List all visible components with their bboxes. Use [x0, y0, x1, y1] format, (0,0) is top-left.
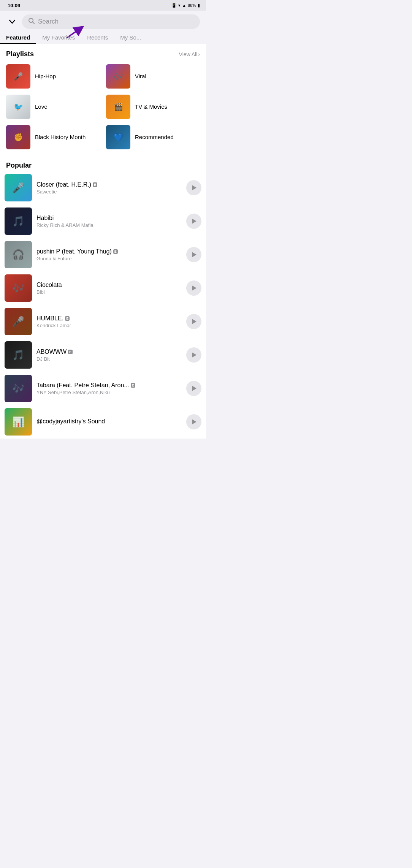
play-button-pushin[interactable] [186, 247, 201, 262]
song-title-tabara: Tabara (Feat. Petre Stefan, Aron... [36, 382, 129, 389]
status-time: 10:09 [8, 3, 20, 8]
song-artist-tabara: YNY Sebi,Petre Stefan,Aron,Niku [36, 390, 182, 395]
song-title-pushin: pushin P (feat. Young Thug) [36, 248, 112, 255]
song-artist-abowww: DJ Bit [36, 356, 182, 362]
search-bar[interactable]: Search [22, 14, 200, 29]
search-icon [28, 17, 35, 26]
song-thumb-tabara: 🎶 [5, 375, 32, 402]
song-item-cody[interactable]: 📊 @codyjayartistry's Sound [0, 405, 206, 439]
playlist-item-hiphop[interactable]: 🎤 Hip-Hop [3, 61, 103, 92]
song-info-pushin: pushin P (feat. Young Thug) E Gunna & Fu… [36, 248, 182, 261]
tab-my-favorites[interactable]: My Favorites [36, 30, 81, 44]
search-placeholder: Search [38, 18, 59, 25]
song-thumb-ciocolata: 🎶 [5, 274, 32, 302]
song-info-ciocolata: Ciocolata Bibi [36, 282, 182, 295]
song-thumb-cody: 📊 [5, 408, 32, 436]
header: Search [0, 11, 206, 29]
playlist-grid: 🎤 Hip-Hop 🎶 Viral 🐦 Love 🎬 TV & Movies [0, 61, 206, 155]
song-title-humble: HUMBLE. [36, 315, 63, 322]
tabs: Featured My Favorites Recents My So... [0, 30, 206, 44]
playlist-thumb-viral: 🎶 [106, 64, 130, 89]
playlists-title: Playlists [6, 50, 34, 58]
song-thumb-abowww: 🎵 [5, 341, 32, 369]
song-item-ciocolata[interactable]: 🎶 Ciocolata Bibi [0, 271, 206, 305]
wifi-icon: ▾ [178, 3, 181, 8]
play-button-habibi[interactable] [186, 214, 201, 229]
play-button-cody[interactable] [186, 414, 201, 429]
signal-icon: ▲ [182, 3, 186, 8]
popular-section: Popular 🎤 Closer (feat. H.E.R.) E Saweet… [0, 155, 206, 439]
explicit-badge-tabara: E [131, 383, 135, 388]
play-icon-cody [192, 419, 196, 424]
song-title-habibi: Habibi [36, 215, 54, 222]
song-info-tabara: Tabara (Feat. Petre Stefan, Aron... E YN… [36, 382, 182, 395]
playlist-name-hiphop: Hip-Hop [35, 73, 56, 80]
playlist-name-blackhistory: Black History Month [35, 133, 86, 141]
play-icon-closer [192, 185, 196, 190]
playlists-section-header: Playlists View All › [0, 44, 206, 61]
song-item-closer[interactable]: 🎤 Closer (feat. H.E.R.) E Saweetie [0, 171, 206, 204]
song-info-habibi: Habibi Ricky Rich & ARAM Mafia [36, 215, 182, 228]
play-icon-ciocolata [192, 285, 196, 291]
play-icon-pushin [192, 252, 196, 257]
song-artist-closer: Saweetie [36, 189, 182, 195]
chevron-right-icon: › [198, 51, 200, 57]
song-item-pushin[interactable]: 🎧 pushin P (feat. Young Thug) E Gunna & … [0, 238, 206, 271]
playlist-thumb-blackhistory: ✊ [6, 125, 30, 149]
song-info-closer: Closer (feat. H.E.R.) E Saweetie [36, 181, 182, 195]
play-button-closer[interactable] [186, 180, 201, 195]
explicit-badge-closer: E [93, 182, 97, 187]
play-button-abowww[interactable] [186, 347, 201, 363]
play-icon-abowww [192, 352, 196, 358]
song-thumb-closer: 🎤 [5, 174, 32, 201]
playlist-item-recommended[interactable]: 💙 Recommended [103, 122, 203, 152]
song-title-cody: @codyjayartistry's Sound [36, 418, 105, 425]
song-title-ciocolata: Ciocolata [36, 282, 62, 288]
song-artist-pushin: Gunna & Future [36, 256, 182, 261]
play-button-humble[interactable] [186, 314, 201, 329]
playlist-name-love: Love [35, 103, 48, 111]
song-info-cody: @codyjayartistry's Sound [36, 418, 182, 426]
song-item-humble[interactable]: 🎤 HUMBLE. E Kendrick Lamar [0, 305, 206, 338]
song-item-habibi[interactable]: 🎵 Habibi Ricky Rich & ARAM Mafia [0, 204, 206, 238]
tab-my-songs[interactable]: My So... [114, 30, 147, 44]
play-button-tabara[interactable] [186, 381, 201, 396]
song-thumb-humble: 🎤 [5, 308, 32, 335]
playlist-thumb-hiphop: 🎤 [6, 64, 30, 89]
playlist-item-blackhistory[interactable]: ✊ Black History Month [3, 122, 103, 152]
vibrate-icon: 📳 [171, 3, 177, 8]
play-button-ciocolata[interactable] [186, 280, 201, 296]
song-title-closer: Closer (feat. H.E.R.) [36, 181, 91, 188]
status-icons: 📳 ▾ ▲ 88% ▮ [171, 3, 200, 8]
svg-line-1 [33, 22, 35, 24]
main-content: Playlists View All › 🎤 Hip-Hop 🎶 Viral 🐦… [0, 44, 206, 439]
song-info-abowww: ABOWWW E DJ Bit [36, 348, 182, 362]
popular-title: Popular [0, 158, 206, 171]
playlist-item-tvmovies[interactable]: 🎬 TV & Movies [103, 92, 203, 122]
song-thumb-pushin: 🎧 [5, 241, 32, 268]
song-thumb-habibi: 🎵 [5, 207, 32, 235]
playlist-thumb-recommended: 💙 [106, 125, 130, 149]
song-item-tabara[interactable]: 🎶 Tabara (Feat. Petre Stefan, Aron... E … [0, 372, 206, 405]
playlist-name-viral: Viral [135, 73, 146, 80]
view-all-button[interactable]: View All › [179, 51, 200, 57]
tab-featured[interactable]: Featured [0, 30, 36, 44]
search-row: Search [6, 14, 200, 29]
chevron-down-button[interactable] [6, 16, 18, 28]
song-item-abowww[interactable]: 🎵 ABOWWW E DJ Bit [0, 338, 206, 372]
tab-recents[interactable]: Recents [81, 30, 114, 44]
song-artist-ciocolata: Bibi [36, 289, 182, 295]
explicit-badge-abowww: E [68, 350, 73, 354]
song-artist-humble: Kendrick Lamar [36, 323, 182, 328]
battery-percentage: 88% [188, 3, 196, 8]
playlist-item-viral[interactable]: 🎶 Viral [103, 61, 203, 92]
explicit-badge-humble: E [65, 316, 70, 321]
playlist-item-love[interactable]: 🐦 Love [3, 92, 103, 122]
song-title-abowww: ABOWWW [36, 348, 67, 355]
play-icon-humble [192, 319, 196, 324]
play-icon-habibi [192, 219, 196, 224]
explicit-badge-pushin: E [113, 249, 118, 254]
battery-icon: ▮ [198, 3, 200, 8]
song-artist-habibi: Ricky Rich & ARAM Mafia [36, 222, 182, 228]
play-icon-tabara [192, 386, 196, 391]
